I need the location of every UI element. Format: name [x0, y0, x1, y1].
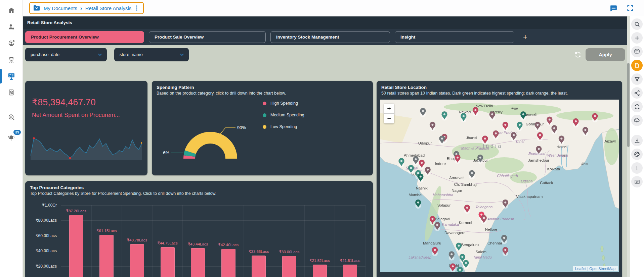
scrollbar-thumb[interactable] [627, 63, 630, 147]
tool-search-button[interactable] [631, 18, 643, 30]
bar-value-label: ₹21.52Lacs [309, 258, 330, 263]
tool-refresh-button[interactable] [631, 101, 643, 112]
left-sidebar: i39 [0, 0, 23, 277]
chat-icon[interactable] [609, 4, 618, 12]
share-icon [634, 90, 640, 96]
filter-dropdown-purchase_date[interactable]: purchase_date [25, 48, 107, 61]
legend-dot [263, 125, 266, 129]
spending-donut[interactable]: 90%6% [157, 98, 267, 170]
bar[interactable] [343, 265, 357, 277]
kebab-icon[interactable] [134, 5, 139, 11]
bar[interactable] [69, 215, 83, 277]
sidebar-item-account-info[interactable]: i [0, 36, 23, 51]
tool-storage-button[interactable] [631, 60, 643, 71]
tool-filter-button[interactable] [631, 73, 643, 85]
tool-add-button[interactable] [631, 32, 643, 44]
map-label: Kolkata [547, 167, 560, 171]
tool-download-button[interactable] [631, 135, 643, 146]
bar[interactable] [221, 249, 235, 277]
map-label: Solapur [437, 203, 451, 207]
legend-item[interactable]: High Spending [263, 101, 304, 106]
tab-product-procurement-overview[interactable]: Product Procurement Overview [25, 31, 144, 43]
store-pin [432, 247, 438, 256]
bar-slot: ₹21.51Lacs [335, 205, 366, 277]
tab-bar: Product Procurement OverviewProduct Sale… [23, 29, 630, 45]
tab-insight[interactable]: Insight [395, 31, 514, 43]
store-pin [481, 215, 487, 224]
sidebar-item-data-search[interactable] [0, 110, 23, 125]
folder-icon [33, 4, 41, 12]
store-pin [592, 113, 598, 122]
store-pin [413, 156, 419, 165]
sidebar-item-data-sources[interactable] [0, 52, 23, 67]
map-label: Odisha [521, 179, 532, 183]
spending-legend: High SpendingMedium SpendingLow Spending [263, 101, 304, 136]
tool-ai-assistant-button[interactable] [631, 46, 643, 57]
bar[interactable] [282, 256, 296, 277]
panel-title: Spending Pattern [157, 85, 368, 90]
breadcrumb[interactable]: My Documents › Retail Store Analysis [29, 2, 144, 14]
map-label: काठमाडौं [525, 112, 537, 117]
map-attribution[interactable]: Leaflet | OpenStreetMap [573, 266, 618, 271]
tool-notes-button[interactable] [631, 176, 643, 187]
sidebar-item-dashboards[interactable] [0, 68, 23, 84]
legend-item[interactable]: Medium Spending [263, 113, 304, 117]
kpi-card[interactable]: ₹85,394,467.70 Net Amount Spent on Procu… [25, 81, 147, 175]
topbar-actions [609, 4, 634, 12]
legend-label: Low Spending [270, 124, 297, 129]
tool-share-button[interactable] [631, 87, 643, 99]
store-pin [449, 252, 455, 261]
breadcrumb-item-current[interactable]: Retail Store Analysis [85, 5, 132, 11]
tool-cloud-download-button[interactable] [631, 115, 643, 126]
legend-item[interactable]: Low Spending [263, 124, 304, 129]
filter-dropdown-store_name[interactable]: store_name [114, 48, 189, 61]
zoom-in-button[interactable]: + [384, 104, 394, 114]
vertical-scrollbar[interactable] [627, 16, 630, 277]
store-pin [547, 117, 552, 126]
palette-icon [634, 151, 640, 158]
store-pin [441, 111, 447, 120]
store-pin [536, 146, 542, 155]
bar-slot: ₹48.78Lacs [122, 205, 153, 277]
zoom-out-button[interactable]: − [384, 114, 394, 123]
bar[interactable] [252, 256, 266, 277]
bar-value-label: ₹43.44Lacs [188, 242, 208, 246]
map-label: Davanagere [444, 231, 466, 235]
store-pin [463, 260, 469, 269]
tab-inventory-stock-management[interactable]: Inventory Stock Management [270, 31, 390, 43]
search-icon [634, 21, 640, 27]
bar-plot: ₹87.20Lacs₹61.15Lacs₹48.78Lacs₹44.75Lacs… [61, 205, 366, 277]
bar[interactable] [130, 244, 144, 277]
bar[interactable] [313, 265, 327, 277]
bar[interactable] [191, 248, 205, 277]
bar[interactable] [99, 235, 114, 277]
store-pin [439, 135, 445, 145]
sidebar-item-user-settings[interactable] [0, 19, 23, 35]
bar-slot: ₹42.40Lacs [213, 205, 244, 277]
bar[interactable] [161, 247, 175, 277]
sidebar-item-document-search[interactable] [0, 85, 23, 100]
filter-value: purchase_date [31, 52, 59, 57]
fullscreen-icon[interactable] [627, 4, 634, 12]
leaflet-map[interactable]: + − [380, 100, 619, 272]
refresh-filters-icon[interactable] [574, 51, 582, 58]
breadcrumb-item-documents[interactable]: My Documents [44, 5, 77, 11]
add-tab-button[interactable]: + [521, 33, 529, 41]
panel-title: Top Procured Categories [30, 185, 368, 190]
map-label: Maharashtra [432, 193, 453, 197]
tab-product-sale-overview[interactable]: Product Sale Overview [149, 31, 266, 43]
sidebar-item-notifications[interactable]: 39 [0, 130, 23, 146]
svg-text:i: i [13, 40, 13, 42]
store-pin [559, 135, 564, 145]
tool-theme-button[interactable] [631, 149, 643, 160]
sidebar-item-home[interactable] [0, 3, 23, 18]
store-pin [419, 160, 425, 169]
bar-value-label: ₹61.15Lacs [96, 228, 117, 233]
user-settings-icon [8, 23, 15, 31]
kpi-sparkline [31, 134, 142, 161]
tool-alerts-button[interactable] [631, 162, 643, 174]
apply-button[interactable]: Apply [586, 48, 625, 61]
filter-bar: purchase_datestore_name Apply [23, 45, 630, 64]
dashboard-content: ₹85,394,467.70 Net Amount Spent on Procu… [23, 64, 630, 277]
plus-icon [634, 35, 640, 41]
